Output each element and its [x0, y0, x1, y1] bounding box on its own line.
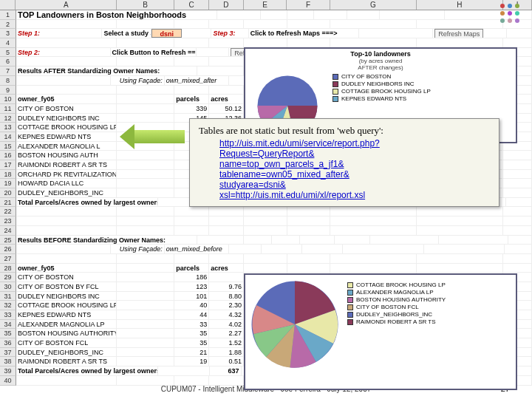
- cell: [417, 226, 503, 235]
- cell: 44: [174, 310, 209, 319]
- cell: acres: [209, 95, 244, 103]
- cell: 9.76: [209, 282, 244, 291]
- legend-item: ALEXANDER MAGNOLIA LP: [347, 289, 446, 296]
- cell: [16, 216, 117, 225]
- cell: [117, 104, 174, 113]
- cell: [300, 236, 335, 245]
- cell: 123: [174, 282, 209, 291]
- cell: [197, 48, 229, 57]
- cell: [117, 38, 174, 47]
- cell: 339: [174, 104, 209, 113]
- cell: 50.12: [209, 104, 244, 113]
- cell: [117, 273, 174, 282]
- cell: [287, 254, 331, 263]
- decorative-dots-icon: [498, 1, 528, 31]
- cell: 4.02: [209, 320, 244, 329]
- cell: [117, 301, 174, 310]
- refresh-maps-button[interactable]: Refresh Maps: [434, 29, 483, 38]
- cell: [302, 245, 343, 253]
- chart1-title: Top-10 landowners: [247, 50, 514, 58]
- cell: [417, 216, 503, 225]
- cell: COTTAGE BROOK HOUSING LP: [16, 301, 117, 310]
- cell: KEPNES EDWARD NTS: [16, 310, 117, 319]
- cell: CITY OF BOSTON FCL: [16, 338, 117, 347]
- cell: 2.27: [209, 329, 244, 338]
- study-area-input[interactable]: dsni: [151, 29, 182, 38]
- legend-item: BOSTON HOUSING AUTHORITY: [347, 296, 446, 303]
- chart1-sub1: (by acres owned: [247, 58, 514, 64]
- cell: Using Façade:: [111, 245, 165, 253]
- cell: [508, 236, 532, 245]
- cell: [117, 151, 174, 160]
- cell: [347, 10, 381, 19]
- cell: [244, 38, 287, 47]
- cell: [272, 236, 300, 245]
- cell: [117, 292, 174, 301]
- chart1-sub2: AFTER changes): [247, 64, 514, 71]
- cell: 4.32: [209, 310, 244, 319]
- cell: [380, 10, 445, 19]
- legend-item: CITY OF BOSTON FCL: [347, 304, 446, 310]
- cell: [330, 226, 417, 235]
- cell: [117, 264, 174, 273]
- cell: [314, 10, 347, 19]
- cell: [424, 245, 505, 253]
- cell: parcels: [174, 264, 209, 273]
- cell: [359, 29, 433, 38]
- cell: [503, 179, 532, 188]
- callout-url-line: Request=QueryReport&: [219, 149, 490, 159]
- cell: [16, 226, 117, 235]
- cell: [117, 348, 174, 357]
- cell: 33: [174, 320, 209, 329]
- svg-point-2: [500, 4, 505, 8]
- cell: [117, 216, 174, 225]
- cell: 186: [174, 273, 209, 282]
- cell: [209, 86, 244, 95]
- cell: COTTAGE BROOK HOUSING LP: [16, 123, 117, 132]
- cell: [16, 86, 117, 95]
- cell: [330, 216, 417, 225]
- cell: [182, 29, 211, 38]
- row-headers: 1234567891011121314151617181920212223242…: [0, 10, 16, 386]
- cell: [117, 338, 174, 347]
- cell: [417, 20, 503, 29]
- svg-point-7: [515, 11, 519, 16]
- cell: own_mixed_before: [165, 245, 230, 253]
- callout-url-line: tablename=own05_mixed_after&: [219, 169, 490, 180]
- cell: [244, 207, 287, 216]
- cell: [174, 216, 209, 225]
- legend-item: COTTAGE BROOK HOUSING LP: [332, 88, 431, 95]
- cell: [287, 226, 331, 235]
- column-headers: ABCDEFGHI: [0, 0, 532, 10]
- cell: [117, 188, 174, 197]
- callout-box: Tables are not static but result from 'w…: [189, 118, 499, 207]
- legend-item: DUDLEY NEIGHBORS INC: [332, 81, 431, 87]
- pie-chart-before: [247, 276, 343, 372]
- cell: [117, 254, 174, 263]
- cell: [117, 282, 174, 291]
- cell: [503, 216, 532, 225]
- cell: [209, 207, 244, 216]
- cell: Step 3:: [211, 29, 248, 38]
- cell: [261, 10, 287, 19]
- cell: [505, 245, 532, 253]
- cell: [117, 310, 174, 319]
- cell: 8.80: [209, 292, 244, 301]
- cell: [287, 207, 331, 216]
- cell: [174, 376, 209, 385]
- cell: [330, 207, 417, 216]
- cell: [287, 216, 331, 225]
- cell: [503, 254, 532, 263]
- cell: [330, 38, 417, 47]
- cell: [503, 170, 532, 179]
- cell: 35: [174, 329, 209, 338]
- cell: owner_fy05: [16, 264, 117, 273]
- cell: [174, 207, 209, 216]
- cell: [16, 207, 117, 216]
- callout-url-line: http://uis.mit.edu/umi/service/report.ph…: [219, 138, 490, 149]
- cell: [16, 76, 111, 85]
- cell: [439, 236, 508, 245]
- cell: BOSTON HOUSING AUTH: [16, 151, 117, 160]
- cell: [197, 236, 244, 245]
- cell: 1.52: [209, 338, 244, 347]
